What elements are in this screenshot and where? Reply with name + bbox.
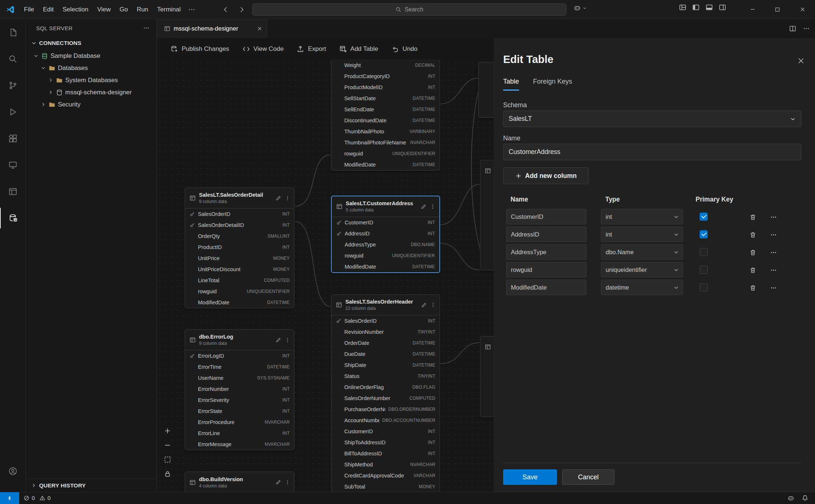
- table-column-row[interactable]: ProductModelID INT: [331, 82, 440, 93]
- table-column-row[interactable]: ErrorProcedure NVARCHAR: [185, 417, 294, 428]
- table-column-row[interactable]: SalesOrderID INT: [185, 209, 294, 220]
- table-node-customeraddress[interactable]: SalesLT.CustomerAddress 5 column data Cu…: [331, 196, 440, 273]
- zoom-out-icon[interactable]: [162, 440, 173, 451]
- schema-designer-view-icon[interactable]: [0, 208, 26, 228]
- table-column-row[interactable]: Weight DECIMAL: [331, 60, 440, 71]
- table-menu-icon[interactable]: [430, 302, 436, 308]
- table-column-row[interactable]: Status TINYINT: [331, 371, 440, 382]
- tab-foreign-keys[interactable]: Foreign Keys: [533, 78, 572, 91]
- menu-selection[interactable]: Selection: [59, 4, 93, 15]
- menu-go[interactable]: Go: [115, 4, 132, 15]
- copilot-menu[interactable]: [574, 4, 587, 12]
- menu-view[interactable]: View: [93, 4, 115, 15]
- problems-warnings[interactable]: 0: [39, 495, 51, 501]
- table-column-row[interactable]: ModifiedDate DATETIME: [331, 159, 440, 170]
- editor-more-icon[interactable]: [803, 25, 810, 32]
- table-header[interactable]: SalesLT.SalesOrderHeader 22 column data: [331, 295, 440, 315]
- notifications-bell-icon[interactable]: [802, 495, 808, 501]
- sidebar-more-icon[interactable]: [143, 25, 150, 31]
- add-new-column-button[interactable]: Add new column: [503, 167, 589, 184]
- menu-edit[interactable]: Edit: [39, 4, 58, 15]
- search-view-icon[interactable]: [0, 49, 26, 69]
- table-column-row[interactable]: SubTotal MONEY: [331, 481, 440, 492]
- table-column-row[interactable]: ShipToAddressID INT: [331, 437, 440, 448]
- minimize-button[interactable]: [740, 0, 765, 19]
- tree-item-sample-database[interactable]: Sample Database: [26, 50, 156, 62]
- nav-forward-icon[interactable]: [236, 4, 248, 15]
- table-node-errorlog[interactable]: dbo.ErrorLog 9 column data ErrorLogID IN…: [185, 329, 295, 450]
- table-column-row[interactable]: LineTotal COMPUTED: [185, 275, 294, 286]
- table-header[interactable]: dbo.ErrorLog 9 column data: [185, 330, 294, 350]
- toggle-primary-sidebar-icon[interactable]: [692, 4, 700, 11]
- primary-key-checkbox[interactable]: [700, 230, 708, 238]
- table-column-row[interactable]: CreditCardApprovalCode VARCHAR: [331, 470, 440, 481]
- menu-more-icon[interactable]: ⋯: [185, 3, 198, 15]
- table-column-row[interactable]: CustomerID INT: [332, 217, 439, 228]
- edit-table-icon[interactable]: [421, 302, 427, 308]
- undo-button[interactable]: Undo: [391, 45, 418, 53]
- table-menu-icon[interactable]: [285, 479, 290, 485]
- split-editor-icon[interactable]: [789, 25, 796, 32]
- tree-item-mssql-schema-designer[interactable]: mssql-schema-designer: [26, 86, 156, 98]
- column-name-input[interactable]: ModifiedDate: [506, 280, 586, 295]
- table-column-row[interactable]: rowguid UNIQUEIDENTIFIER: [332, 250, 439, 261]
- table-column-row[interactable]: CustomerID INT: [331, 426, 440, 437]
- table-column-row[interactable]: ProductCategoryID INT: [331, 71, 440, 82]
- tree-item-security[interactable]: Security: [26, 98, 156, 111]
- column-name-input[interactable]: AddressID: [506, 227, 586, 242]
- panel-close-icon[interactable]: [796, 56, 806, 66]
- toggle-panel-icon[interactable]: [706, 4, 713, 11]
- table-column-row[interactable]: BillToAddressID INT: [331, 448, 440, 459]
- table-column-row[interactable]: PurchaseOrderNumber DBO.ORDERNUMBER: [331, 404, 440, 415]
- tree-item-databases[interactable]: Databases: [26, 62, 156, 74]
- cancel-button[interactable]: Cancel: [562, 469, 614, 485]
- table-column-row[interactable]: OrderQty SMALLINT: [185, 231, 294, 242]
- table-column-row[interactable]: rowguid UNIQUEIDENTIFIER: [331, 148, 440, 159]
- menu-run[interactable]: Run: [133, 4, 152, 15]
- menu-terminal[interactable]: Terminal: [153, 4, 185, 15]
- column-type-select[interactable]: dbo.Name: [601, 244, 683, 260]
- table-column-row[interactable]: SalesOrderID INT: [331, 315, 440, 326]
- primary-key-checkbox[interactable]: [700, 213, 708, 221]
- edit-table-icon[interactable]: [275, 195, 281, 201]
- command-center-search[interactable]: Search: [252, 3, 567, 16]
- explorer-icon[interactable]: [0, 22, 26, 43]
- table-column-row[interactable]: SalesOrderNumber COMPUTED: [331, 393, 440, 404]
- query-history-section[interactable]: QUERY HISTORY: [26, 479, 157, 492]
- table-column-row[interactable]: ProductID INT: [185, 242, 294, 253]
- table-column-row[interactable]: ThumbNailPhoto VARBINARY: [331, 126, 440, 137]
- zoom-in-icon[interactable]: [162, 425, 173, 436]
- extensions-icon[interactable]: [0, 128, 26, 149]
- column-type-select[interactable]: int: [601, 209, 683, 224]
- tab-close-icon[interactable]: [257, 26, 262, 31]
- table-column-row[interactable]: DueDate DATETIME: [331, 349, 440, 360]
- table-node-salesorderheader[interactable]: SalesLT.SalesOrderHeader 22 column data …: [331, 294, 440, 492]
- schema-select[interactable]: SalesLT: [503, 111, 801, 127]
- table-column-row[interactable]: ErrorTime DATETIME: [185, 361, 294, 372]
- column-more-icon[interactable]: [769, 230, 778, 239]
- fit-view-icon[interactable]: [162, 454, 173, 465]
- table-name-input[interactable]: CustomerAddress: [503, 144, 801, 160]
- menu-file[interactable]: File: [20, 4, 38, 15]
- problems-errors[interactable]: 0: [24, 495, 35, 501]
- delete-column-icon[interactable]: [748, 265, 757, 275]
- table-column-row[interactable]: rowguid UNIQUEIDENTIFIER: [185, 286, 294, 297]
- table-column-row[interactable]: ShipDate DATETIME: [331, 360, 440, 371]
- table-header[interactable]: dbo.BuildVersion 4 column data: [185, 472, 294, 492]
- table-column-row[interactable]: AddressID INT: [332, 228, 439, 239]
- table-column-row[interactable]: UnitPriceDiscount MONEY: [185, 264, 294, 275]
- edit-table-icon[interactable]: [421, 204, 426, 210]
- tab-mssql-schema-designer[interactable]: mssql-schema-designer: [157, 19, 267, 38]
- table-column-row[interactable]: ErrorLogID INT: [185, 350, 294, 361]
- remote-indicator[interactable]: [0, 492, 19, 504]
- table-column-row[interactable]: OrderDate DATETIME: [331, 337, 440, 349]
- table-column-row[interactable]: ModifiedDate DATETIME: [185, 297, 294, 308]
- table-node-buildversion[interactable]: dbo.BuildVersion 4 column data: [185, 472, 295, 492]
- column-more-icon[interactable]: [769, 265, 778, 275]
- account-icon[interactable]: [0, 461, 26, 482]
- table-column-row[interactable]: ErrorMessage NVARCHAR: [185, 439, 294, 450]
- delete-column-icon[interactable]: [748, 212, 757, 222]
- source-control-icon[interactable]: [0, 75, 26, 96]
- table-menu-icon[interactable]: [285, 337, 290, 343]
- primary-key-checkbox[interactable]: [700, 266, 708, 274]
